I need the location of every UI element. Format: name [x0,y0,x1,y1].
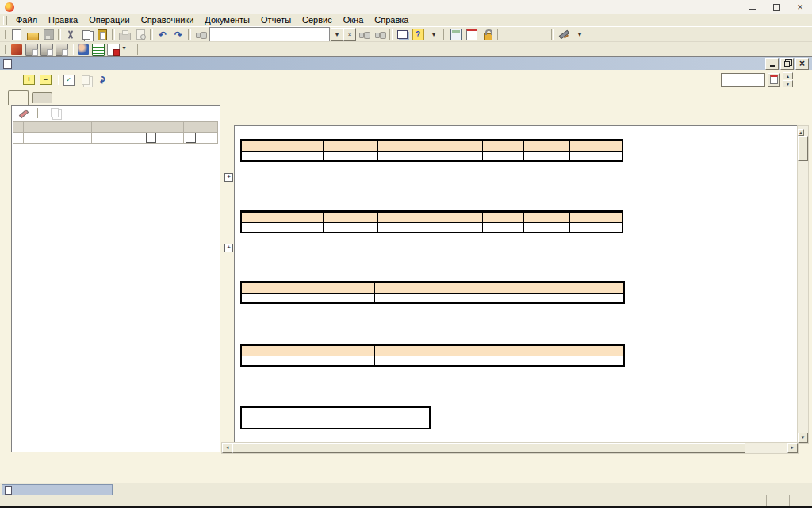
vertical-scrollbar[interactable]: ▲ ▼ [797,125,809,444]
memory-icon[interactable] [502,28,518,41]
print-icon[interactable] [117,28,132,41]
help-icon[interactable]: ? [410,28,426,41]
menu-item[interactable]: Операции [83,15,135,25]
dropdown-icon[interactable] [121,43,136,56]
output-cell[interactable] [144,133,184,144]
balance-row[interactable] [241,408,430,418]
tab-main[interactable] [8,90,29,105]
menu-item[interactable]: Справка [369,15,414,25]
setup-list-icon[interactable]: ✓ [60,72,77,87]
report-minimize-button[interactable] [765,58,779,70]
report-close-button[interactable] [795,58,809,70]
menu-grip[interactable] [3,16,7,25]
report-restore-button[interactable] [780,58,794,70]
menu-bar: ФайлПравкаОперацииСправочникиДокументыОт… [0,14,812,26]
group-expand-icon[interactable]: + [224,173,233,182]
window-tab-icon [5,486,12,495]
report-book-icon[interactable] [9,43,24,56]
empty-row[interactable] [241,152,622,162]
memory-minus-icon[interactable] [534,28,550,41]
generate-button[interactable] [6,79,16,82]
total-row[interactable] [241,141,622,152]
table-report-icon[interactable] [90,43,105,56]
paste-icon[interactable] [94,28,110,41]
vertical-scroll-thumb[interactable] [798,136,808,161]
month-calendar-icon[interactable] [768,73,780,87]
save-icon[interactable] [40,28,56,41]
close-button[interactable] [788,0,812,14]
tools-dropdown-icon[interactable]: ▾ [572,28,588,41]
memory-plus-icon[interactable] [518,28,534,41]
total-row[interactable] [241,346,624,356]
total-row[interactable] [241,283,624,294]
period-cell[interactable] [92,133,144,144]
scroll-down-icon[interactable]: ▼ [798,433,808,443]
horizontal-scrollbar[interactable]: ◄ ► [221,442,799,454]
menu-item[interactable]: Документы [199,15,255,25]
minimize-button[interactable] [741,0,764,14]
edit-document-icon[interactable] [105,43,121,56]
find-previous-icon[interactable] [372,28,388,41]
month-input[interactable] [721,73,765,87]
month-spin-up[interactable]: ▲ [783,72,793,79]
balance-row[interactable] [241,418,430,429]
menu-item[interactable]: Отчеты [255,15,297,25]
group-expand-icon[interactable]: + [224,244,233,252]
window-list-icon[interactable] [394,28,410,41]
calculator-icon[interactable] [448,28,464,41]
reports-grid [13,121,218,144]
search-dropdown-icon[interactable]: ▾ [331,28,343,41]
find-icon[interactable] [193,28,209,41]
scroll-left-icon[interactable]: ◄ [222,443,232,453]
row-number-cell[interactable] [13,133,24,144]
print-form-icon[interactable] [39,43,54,56]
scroll-up-icon[interactable]: ▲ [798,129,804,136]
scroll-right-icon[interactable]: ► [787,443,798,453]
grid-row[interactable] [13,133,218,144]
empty-row[interactable] [241,294,624,304]
horizontal-scroll-thumb[interactable] [232,443,745,453]
clear-search-icon[interactable]: × [343,28,356,41]
month-spin-down[interactable]: ▼ [783,80,793,87]
restore-button[interactable] [764,0,788,14]
access-lock-icon[interactable] [480,28,496,41]
redo-icon[interactable]: ↷ [170,28,186,41]
search-input[interactable] [209,27,330,42]
employees-icon[interactable] [75,43,90,56]
empty-row[interactable] [241,356,624,367]
plusminus-cell[interactable] [184,133,218,144]
restore-settings-icon[interactable]: ↷ [94,72,110,87]
collapse-groups-icon[interactable]: − [37,72,54,87]
copy-icon[interactable] [79,28,94,41]
copy-settings-icon[interactable] [47,106,63,120]
menu-item[interactable]: Сервис [297,15,338,25]
section-expense [240,342,623,367]
menu-item[interactable]: Справочники [136,15,200,25]
total-row[interactable] [241,213,622,223]
calendar-icon[interactable] [464,28,480,41]
menu-item[interactable]: Правка [43,15,83,25]
expand-groups-icon[interactable]: + [21,72,37,87]
window-tab[interactable] [2,484,113,495]
menu-item[interactable]: Окна [338,15,370,25]
find-next-icon[interactable] [356,28,372,41]
open-file-icon[interactable] [25,28,40,41]
print-report-icon[interactable] [24,43,39,56]
output-checkbox[interactable] [146,133,156,143]
plusminus-checkbox[interactable] [186,133,196,143]
new-document-icon[interactable] [9,28,25,41]
print-copy-icon[interactable] [54,43,69,56]
empty-row[interactable] [241,223,622,233]
cut-icon[interactable] [63,28,79,41]
service-tools-icon[interactable] [556,28,572,41]
menu-item[interactable]: Файл [10,15,43,25]
report-name-cell[interactable] [24,133,92,144]
toolbar-grip[interactable] [2,30,6,39]
reset-settings-icon[interactable] [15,106,31,120]
close-report-button[interactable] [783,467,802,470]
toolbar-grip[interactable] [2,45,6,54]
save-settings-icon[interactable] [77,72,94,87]
help-dropdown-icon[interactable]: ▾ [426,28,442,41]
print-preview-icon[interactable] [132,28,148,41]
undo-icon[interactable]: ↶ [155,28,170,41]
